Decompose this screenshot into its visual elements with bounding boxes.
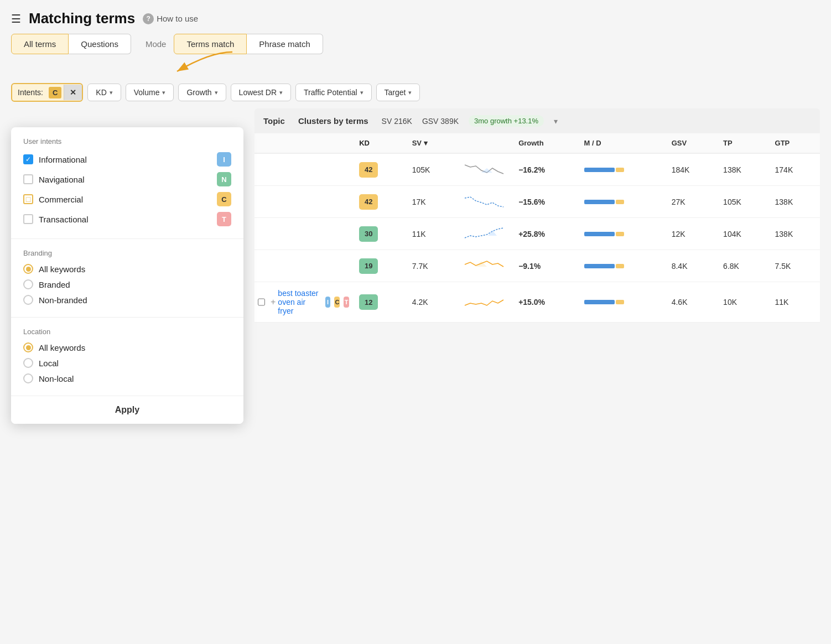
gsv1-value: SV 216K bbox=[382, 117, 412, 126]
growth-pill[interactable]: 3mo growth +13.1% bbox=[469, 115, 544, 127]
tp-cell: 138K bbox=[716, 153, 768, 186]
transactional-chip: T bbox=[217, 212, 231, 226]
navigational-checkbox[interactable] bbox=[23, 174, 33, 184]
col-tp[interactable]: TP bbox=[716, 133, 768, 153]
growth-label: Growth bbox=[186, 88, 211, 97]
md-bar-blue bbox=[584, 300, 615, 304]
sv-cell: 105K bbox=[406, 153, 457, 186]
sparkline-cell bbox=[457, 282, 512, 323]
col-sv[interactable]: SV ▾ bbox=[406, 133, 457, 153]
growth-chevron[interactable]: ▾ bbox=[554, 117, 558, 126]
intents-dropdown: User intents Informational I Navigationa… bbox=[11, 127, 243, 424]
intent-clear-button[interactable]: ✕ bbox=[64, 85, 82, 100]
how-to-use-label: How to use bbox=[157, 14, 198, 23]
col-kd[interactable]: KD bbox=[352, 133, 406, 153]
location-section: Location All keywords Local Non-local bbox=[11, 318, 243, 396]
intent-row-commercial[interactable]: Commercial C bbox=[23, 192, 231, 206]
growth-cell: −16.2% bbox=[512, 153, 577, 186]
intent-row-navigational[interactable]: Navigational N bbox=[23, 172, 231, 186]
lowest-dr-filter-button[interactable]: Lowest DR ▾ bbox=[231, 84, 291, 101]
row-actions bbox=[255, 218, 352, 250]
tag-i-chip: I bbox=[325, 297, 331, 308]
kd-filter-button[interactable]: KD ▾ bbox=[87, 84, 121, 101]
md-cell bbox=[578, 153, 665, 186]
location-non-local-row[interactable]: Non-local bbox=[23, 373, 231, 383]
tab-phrase-match[interactable]: Phrase match bbox=[247, 34, 323, 54]
tp-cell: 10K bbox=[716, 282, 768, 323]
arrow-svg bbox=[111, 46, 243, 80]
lowest-dr-chevron-icon: ▾ bbox=[279, 89, 283, 96]
row-add-icon[interactable]: + bbox=[271, 297, 276, 307]
hamburger-icon[interactable]: ☰ bbox=[11, 12, 21, 25]
md-bar bbox=[584, 232, 658, 236]
tag-t-chip: T bbox=[344, 297, 349, 308]
md-bar-yellow bbox=[616, 232, 624, 236]
intent-row-transactional[interactable]: Transactional T bbox=[23, 212, 231, 226]
row-checkbox[interactable] bbox=[258, 297, 265, 307]
col-growth[interactable]: Growth bbox=[512, 133, 577, 153]
commercial-checkbox[interactable] bbox=[23, 194, 33, 204]
branding-all-keywords-row[interactable]: All keywords bbox=[23, 264, 231, 274]
table-row: + best toaster oven air fryer ICT 12 4.2… bbox=[255, 282, 820, 323]
sparkline-svg bbox=[464, 225, 505, 241]
keyword-link[interactable]: best toaster oven air fryer bbox=[278, 289, 321, 315]
header: ☰ Matching terms ? How to use bbox=[0, 0, 831, 34]
gsv-cell: 4.6K bbox=[665, 282, 716, 323]
traffic-potential-filter-button[interactable]: Traffic Potential ▾ bbox=[295, 84, 372, 101]
apply-button[interactable]: Apply bbox=[11, 396, 243, 424]
tag-c-chip: C bbox=[334, 297, 340, 308]
gsv-cell: 27K bbox=[665, 186, 716, 218]
md-bar-yellow bbox=[616, 200, 624, 204]
informational-checkbox[interactable] bbox=[23, 154, 33, 164]
help-icon: ? bbox=[143, 13, 154, 24]
volume-filter-button[interactable]: Volume ▾ bbox=[126, 84, 174, 101]
sparkline-cell bbox=[457, 218, 512, 250]
branding-non-branded-radio[interactable] bbox=[23, 295, 33, 305]
table-row: 42 105K −16.2% 184K 138K 174K bbox=[255, 153, 820, 186]
gsv-cell: 184K bbox=[665, 153, 716, 186]
table-row: 19 7.7K −9.1% 8.4K 6.8K 7.5K bbox=[255, 250, 820, 282]
md-bar-blue bbox=[584, 264, 615, 268]
location-title: Location bbox=[23, 328, 231, 336]
kd-chevron-icon: ▾ bbox=[110, 89, 113, 96]
md-bar bbox=[584, 168, 658, 172]
data-table: KD SV ▾ Growth M / D GSV TP GTP 42 105K bbox=[255, 133, 820, 323]
tab-all-terms[interactable]: All terms bbox=[11, 34, 69, 54]
col-gtp[interactable]: GTP bbox=[768, 133, 820, 153]
transactional-checkbox[interactable] bbox=[23, 214, 33, 224]
branding-title: Branding bbox=[23, 249, 231, 257]
table-header-row: KD SV ▾ Growth M / D GSV TP GTP bbox=[255, 133, 820, 153]
md-bar-yellow bbox=[616, 168, 624, 172]
kd-label: KD bbox=[96, 88, 106, 97]
branding-all-keywords-radio[interactable] bbox=[23, 264, 33, 274]
md-bar-blue bbox=[584, 232, 615, 236]
md-bar bbox=[584, 300, 658, 304]
col-md[interactable]: M / D bbox=[578, 133, 665, 153]
location-non-local-radio[interactable] bbox=[23, 373, 33, 383]
gsv-cell: 8.4K bbox=[665, 250, 716, 282]
how-to-use-button[interactable]: ? How to use bbox=[143, 13, 198, 24]
kd-cell: 30 bbox=[352, 218, 406, 250]
sparkline-cell bbox=[457, 153, 512, 186]
intent-row-informational[interactable]: Informational I bbox=[23, 152, 231, 167]
branding-non-branded-row[interactable]: Non-branded bbox=[23, 295, 231, 305]
commercial-label: Commercial bbox=[39, 195, 83, 204]
md-bar-blue bbox=[584, 200, 615, 204]
svg-marker-1 bbox=[481, 168, 492, 173]
gtp-cell: 7.5K bbox=[768, 250, 820, 282]
target-filter-button[interactable]: Target ▾ bbox=[376, 84, 420, 101]
branding-branded-radio[interactable] bbox=[23, 279, 33, 289]
location-local-row[interactable]: Local bbox=[23, 358, 231, 368]
intent-filter[interactable]: Intents: C ✕ bbox=[11, 83, 83, 102]
growth-filter-button[interactable]: Growth ▾ bbox=[178, 84, 226, 101]
col-gsv[interactable]: GSV bbox=[665, 133, 716, 153]
volume-label: Volume bbox=[134, 88, 160, 97]
kw-actions[interactable]: + best toaster oven air fryer ICT bbox=[255, 282, 352, 322]
gsv-cell: 12K bbox=[665, 218, 716, 250]
location-local-radio[interactable] bbox=[23, 358, 33, 368]
page-title: Matching terms bbox=[29, 10, 135, 27]
intent-badge: C bbox=[49, 87, 61, 98]
branding-branded-row[interactable]: Branded bbox=[23, 279, 231, 289]
location-all-keywords-radio[interactable] bbox=[23, 342, 33, 352]
location-all-keywords-row[interactable]: All keywords bbox=[23, 342, 231, 352]
